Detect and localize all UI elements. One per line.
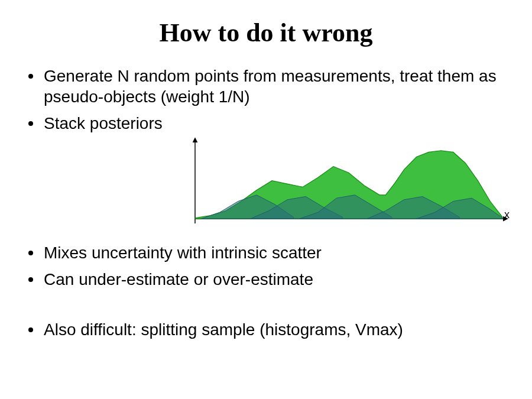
bullet-item: Stack posteriors [24, 113, 508, 134]
stacked-posteriors-chart: x [177, 136, 508, 236]
chart-svg [177, 136, 508, 236]
bullet-list: Generate N random points from measuremen… [24, 66, 508, 134]
slide-title: How to do it wrong [24, 18, 508, 48]
bullet-list: Mixes uncertainty with intrinsic scatter… [24, 242, 508, 290]
slide: How to do it wrong Generate N random poi… [0, 0, 532, 399]
bullet-item: Mixes uncertainty with intrinsic scatter [24, 242, 508, 263]
bullet-item: Also difficult: splitting sample (histog… [24, 319, 508, 340]
bullet-list: Also difficult: splitting sample (histog… [24, 319, 508, 340]
bullet-item: Can under-estimate or over-estimate [24, 269, 508, 290]
bullet-item: Generate N random points from measuremen… [24, 66, 508, 107]
spacer [24, 296, 508, 313]
x-axis-label: x [504, 209, 510, 221]
